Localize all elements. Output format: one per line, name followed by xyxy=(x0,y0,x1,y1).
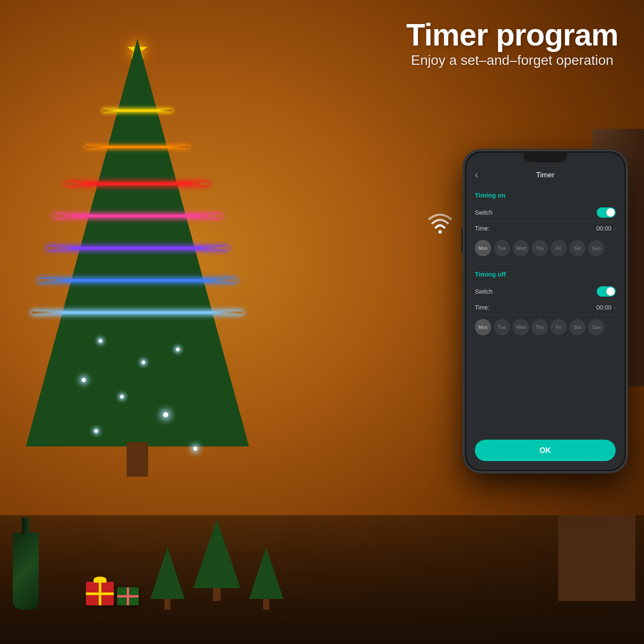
phone-frame: ‹ Timer Timing on Switch Time: 00:00 xyxy=(464,150,627,472)
mini-tree-2 xyxy=(193,519,240,601)
timing-off-time-row: Time: 00:00 › xyxy=(475,301,616,315)
wifi-icon xyxy=(425,210,455,236)
timing-off-day-tue[interactable]: Tue xyxy=(494,319,510,335)
timing-on-title: Timing on xyxy=(475,191,616,199)
sparkle-4 xyxy=(82,378,86,382)
timing-on-time-right: 00:00 › xyxy=(596,225,616,232)
timing-on-toggle[interactable] xyxy=(597,207,616,218)
screen-body: Timing on Switch Time: 00:00 › Mon xyxy=(466,185,624,470)
tree-body xyxy=(26,39,249,447)
mini-tree-1 xyxy=(150,547,185,610)
timing-on-day-mon[interactable]: Mon xyxy=(475,240,491,256)
phone-screen: ‹ Timer Timing on Switch Time: 00:00 xyxy=(466,153,624,470)
timing-off-switch-label: Switch xyxy=(475,288,492,295)
light-band-white1 xyxy=(32,311,243,314)
timing-on-day-tue[interactable]: Tue xyxy=(494,240,510,256)
timing-on-time-row: Time: 00:00 › xyxy=(475,222,616,236)
ok-button-label: OK xyxy=(540,446,551,455)
gift-box-1 xyxy=(86,582,114,605)
promo-subtitle: Enjoy a set–and–forget operation xyxy=(406,52,618,68)
sparkle-3 xyxy=(176,348,179,351)
light-band-purple xyxy=(47,247,228,249)
sparkle-7 xyxy=(94,429,98,433)
gift-box-2 xyxy=(117,587,139,605)
timing-on-chevron[interactable]: › xyxy=(614,225,616,231)
timing-on-day-wed[interactable]: Wed xyxy=(513,240,529,256)
gift-boxes xyxy=(86,582,139,605)
sparkle-5 xyxy=(120,395,124,398)
sparkle-1 xyxy=(99,339,102,343)
timing-on-switch-row: Switch xyxy=(475,204,616,222)
tree-trunk xyxy=(127,442,148,477)
timing-on-day-sun[interactable]: Sun xyxy=(588,240,605,256)
timing-off-time-label: Time: xyxy=(475,304,489,311)
timing-on-day-sat[interactable]: Sat xyxy=(569,240,586,256)
timing-off-day-sun[interactable]: Sun xyxy=(588,319,605,335)
timing-off-chevron[interactable]: › xyxy=(614,304,616,310)
timing-off-day-fri[interactable]: Fri xyxy=(550,319,567,335)
sparkle-2 xyxy=(142,361,145,364)
christmas-tree: ★ xyxy=(13,26,262,498)
section-divider xyxy=(475,264,616,264)
phone-button-right xyxy=(627,236,629,270)
mini-tree-3 xyxy=(249,547,283,610)
timing-on-switch-label: Switch xyxy=(475,209,492,216)
timing-on-day-fri[interactable]: Fri xyxy=(550,240,567,256)
timing-on-day-thu[interactable]: Thu xyxy=(532,240,548,256)
light-band-red xyxy=(67,182,208,185)
timing-off-day-thu[interactable]: Thu xyxy=(532,319,548,335)
timing-off-title: Timing off xyxy=(475,270,616,278)
timing-off-time-right: 00:00 › xyxy=(596,304,616,311)
timing-off-day-sat[interactable]: Sat xyxy=(569,319,586,335)
phone-mockup: ‹ Timer Timing on Switch Time: 00:00 xyxy=(464,150,627,472)
timing-off-days-row: Mon Tue Wed Thu Fri Sat Sun xyxy=(475,315,616,340)
timing-on-days-row: Mon Tue Wed Thu Fri Sat Sun xyxy=(475,236,616,261)
svg-point-0 xyxy=(438,230,442,234)
timing-off-day-mon[interactable]: Mon xyxy=(475,319,491,335)
timing-on-time-label: Time: xyxy=(475,225,489,232)
mini-trees xyxy=(150,519,283,610)
light-band-yellow xyxy=(103,109,172,112)
timing-off-switch-row: Switch xyxy=(475,283,616,301)
sparkle-6 xyxy=(163,412,168,417)
light-band-blue xyxy=(39,279,236,282)
promo-text-block: Timer program Enjoy a set–and–forget ope… xyxy=(406,17,618,68)
timing-on-time-value: 00:00 xyxy=(596,225,611,232)
ok-button[interactable]: OK xyxy=(475,440,616,461)
sparkle-8 xyxy=(193,447,197,451)
screen-header: ‹ Timer xyxy=(466,166,624,185)
phone-notch xyxy=(524,153,567,162)
back-button[interactable]: ‹ xyxy=(475,170,478,181)
screen-title: Timer xyxy=(536,171,555,179)
screen-content: ‹ Timer Timing on Switch Time: 00:00 xyxy=(466,166,624,470)
timing-off-time-value: 00:00 xyxy=(596,304,611,311)
timing-off-day-wed[interactable]: Wed xyxy=(513,319,529,335)
decorative-bottle xyxy=(13,532,39,610)
light-band-orange xyxy=(86,146,189,148)
promo-title: Timer program xyxy=(406,17,618,52)
side-table xyxy=(558,515,635,601)
timing-off-toggle[interactable] xyxy=(597,286,616,297)
light-band-pink xyxy=(54,215,221,217)
